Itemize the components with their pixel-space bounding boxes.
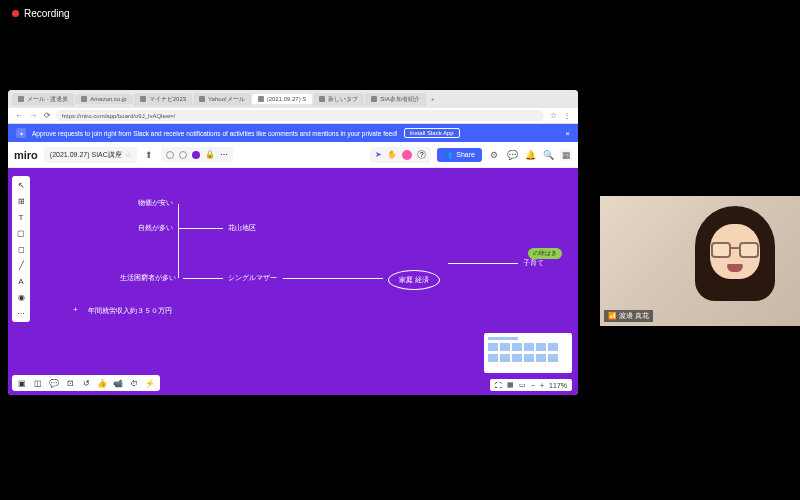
mindmap-node[interactable]: 生活困窮者が多い — [120, 273, 176, 283]
avatar-icon[interactable] — [402, 150, 412, 160]
more-icon[interactable]: ⋯ — [220, 150, 228, 159]
tab-miro-active[interactable]: (2021.09.27) S — [252, 94, 313, 104]
url-bar: ← → ⟳ https://miro.com/app/board/o9J_lvA… — [8, 108, 578, 124]
tab-mail[interactable]: メール - 渡邊炭 — [12, 93, 74, 106]
video-icon[interactable]: 📹 — [113, 378, 123, 388]
mindmap-node[interactable]: 物価が安い — [138, 198, 173, 208]
minimap[interactable] — [484, 333, 572, 373]
add-node-icon[interactable]: + — [73, 305, 78, 314]
history-icon[interactable]: ↺ — [81, 378, 91, 388]
tab-amazon[interactable]: Amazon.co.jp — [75, 94, 132, 104]
template-icon[interactable]: ⊞ — [16, 196, 26, 206]
install-slack-button[interactable]: Install Slack App — [404, 128, 460, 138]
mindmap-node[interactable]: 子育て — [523, 258, 544, 268]
tab-favicon-icon — [18, 96, 24, 102]
tab-favicon-icon — [81, 96, 87, 102]
tab-favicon-icon — [319, 96, 325, 102]
comment-tool-icon[interactable]: ◉ — [16, 292, 26, 302]
select-icon[interactable]: ↖ — [16, 180, 26, 190]
undo-icon[interactable] — [166, 151, 174, 159]
mindmap-node[interactable]: 年間就労収入約３５０万円 — [88, 306, 172, 316]
tab-favicon-icon — [140, 96, 146, 102]
bell-icon[interactable]: 🔔 — [524, 149, 536, 161]
tab-favicon-icon — [371, 96, 377, 102]
share-button[interactable]: 👥 Share — [437, 148, 482, 162]
screen-icon[interactable]: ⊡ — [65, 378, 75, 388]
text-icon[interactable]: T — [16, 212, 26, 222]
back-icon[interactable]: ← — [14, 111, 24, 121]
reload-icon[interactable]: ⟳ — [42, 111, 52, 121]
more-tools-icon[interactable]: ⋯ — [16, 308, 26, 318]
recording-label: Recording — [24, 8, 70, 19]
settings-icon[interactable]: ⚙ — [488, 149, 500, 161]
miro-logo[interactable]: miro — [14, 149, 38, 161]
mindmap-node[interactable]: 花山地区 — [228, 223, 256, 233]
lock-icon[interactable]: 🔒 — [205, 150, 215, 159]
shape-icon[interactable] — [179, 151, 187, 159]
slack-icon: ✦ — [16, 128, 26, 138]
timer-icon[interactable]: ⏱ — [129, 378, 139, 388]
line-icon[interactable]: ╱ — [16, 260, 26, 270]
tab-yahoo[interactable]: Yahoo!メール — [193, 93, 251, 106]
connector-line — [178, 204, 179, 278]
mic-icon: 📶 — [608, 312, 617, 320]
mindmap-node[interactable]: シングルマザー — [228, 273, 277, 283]
participant-name-tag: 📶 渡邊 真花 — [604, 310, 653, 322]
tab-mynavi[interactable]: マイナビ2023 — [134, 93, 192, 106]
connector-line — [183, 278, 223, 279]
zoom-out-icon[interactable]: − — [531, 382, 535, 389]
recording-indicator: Recording — [12, 8, 70, 19]
hand-icon[interactable]: ✋ — [387, 150, 397, 159]
chat-icon[interactable]: 💬 — [49, 378, 59, 388]
url-input[interactable]: https://miro.com/app/board/o9J_lvAQlew=/ — [56, 110, 544, 121]
bolt-icon[interactable]: ⚡ — [145, 378, 155, 388]
zoom-level[interactable]: 117% — [549, 382, 567, 389]
banner-text: Approve requests to join right from Slac… — [32, 130, 398, 137]
miro-canvas[interactable]: ↖ ⊞ T ▢ ◻ ╱ A ◉ ⋯ 物価が安い 自然が多い 花山地区 生活困窮者… — [8, 168, 578, 395]
comment-icon[interactable]: 💬 — [506, 149, 518, 161]
record-dot-icon — [12, 10, 19, 17]
tab-favicon-icon — [199, 96, 205, 102]
sticky-icon[interactable]: ▢ — [16, 228, 26, 238]
frame-icon[interactable]: ▣ — [17, 378, 27, 388]
browser-window: メール - 渡邊炭 Amazon.co.jp マイナビ2023 Yahoo!メー… — [8, 90, 578, 395]
cursor-tools: ➤ ✋ ? — [370, 147, 431, 163]
browser-tabs: メール - 渡邊炭 Amazon.co.jp マイナビ2023 Yahoo!メー… — [8, 90, 578, 108]
board-title[interactable]: (2021.09.27) SIAC講座☆ — [44, 147, 137, 163]
thumb-icon[interactable]: 👍 — [97, 378, 107, 388]
close-banner-icon[interactable]: × — [565, 129, 570, 138]
slack-banner: ✦ Approve requests to join right from Sl… — [8, 124, 578, 142]
tab-sia[interactable]: SIA参加者紹介 — [365, 93, 426, 106]
connector-line — [178, 228, 223, 229]
new-tab-button[interactable]: + — [427, 96, 439, 102]
export-icon[interactable]: ⬆ — [143, 149, 155, 161]
color-purple-icon[interactable] — [192, 151, 200, 159]
zoom-in-icon[interactable]: + — [540, 382, 544, 389]
side-toolbar: ↖ ⊞ T ▢ ◻ ╱ A ◉ ⋯ — [12, 176, 30, 322]
grid-icon[interactable]: ▦ — [560, 149, 572, 161]
miro-header: miro (2021.09.27) SIAC講座☆ ⬆ 🔒 ⋯ ➤ ✋ ? 👥 … — [8, 142, 578, 168]
forward-icon[interactable]: → — [28, 111, 38, 121]
pen-icon[interactable]: A — [16, 276, 26, 286]
fullscreen-icon[interactable]: ⛶ — [495, 382, 502, 389]
tab-favicon-icon — [258, 96, 264, 102]
activity-icon[interactable]: ◫ — [33, 378, 43, 388]
star-icon[interactable]: ☆ — [548, 111, 558, 121]
cursor-icon[interactable]: ➤ — [375, 150, 382, 159]
bottom-toolbar: ▣ ◫ 💬 ⊡ ↺ 👍 📹 ⏱ ⚡ — [12, 375, 160, 391]
person-video — [685, 206, 785, 326]
connector-line — [283, 278, 383, 279]
tab-new[interactable]: 新しいタブ — [313, 93, 364, 106]
shape-tool-icon[interactable]: ◻ — [16, 244, 26, 254]
map-icon[interactable]: ▦ — [507, 381, 514, 389]
menu-icon[interactable]: ⋮ — [562, 111, 572, 121]
mindmap-tag[interactable]: の味はき — [528, 248, 562, 259]
connector-line — [448, 263, 518, 264]
mindmap-bubble[interactable]: 家庭 経済 — [388, 270, 440, 290]
webcam-feed: 📶 渡邊 真花 — [600, 196, 800, 326]
mindmap-node[interactable]: 自然が多い — [138, 223, 173, 233]
search-icon[interactable]: 🔍 — [542, 149, 554, 161]
help-icon[interactable]: ? — [417, 150, 426, 159]
zoom-controls: ⛶ ▦ ▭ − + 117% — [490, 379, 572, 391]
fit-icon[interactable]: ▭ — [519, 381, 526, 389]
